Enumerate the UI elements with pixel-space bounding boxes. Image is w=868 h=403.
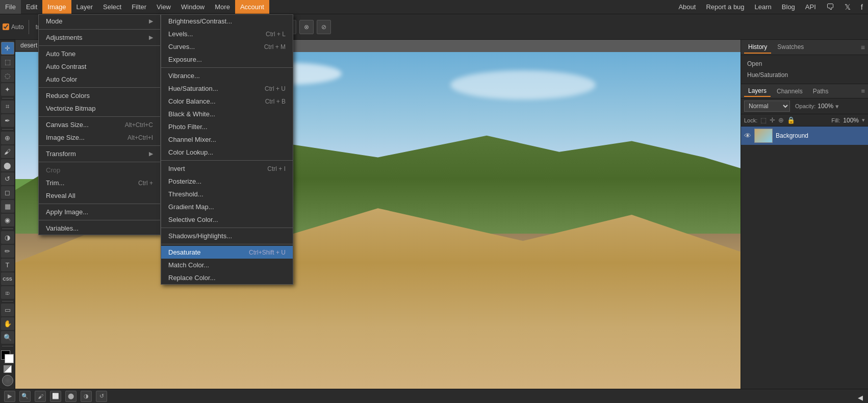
tool-css[interactable]: CSS (1, 272, 14, 285)
menu-blog[interactable]: Blog (777, 0, 800, 14)
tab-swatches[interactable]: Swatches (773, 41, 808, 54)
tool-history-brush[interactable]: ↺ (1, 172, 14, 185)
menu-canvas-size[interactable]: Canvas Size... Alt+Ctrl+C (39, 118, 160, 131)
opacity-arrow-icon[interactable]: ▾ (835, 103, 839, 110)
menu-adjustments[interactable]: Adjustments ▶ (39, 31, 160, 44)
menu-variables[interactable]: Variables... (39, 222, 160, 235)
adj-photo-filter[interactable]: Photo Filter... (161, 120, 293, 133)
adj-replace-color[interactable]: Replace Color... (161, 271, 293, 284)
swap-colors-icon[interactable] (4, 365, 12, 373)
adj-hue-saturation[interactable]: Hue/Saturation... Ctrl + U (161, 82, 293, 95)
menu-image[interactable]: Image (42, 0, 71, 14)
lock-artboard-icon[interactable]: ⊕ (778, 116, 784, 124)
menu-learn[interactable]: Learn (750, 0, 777, 14)
menu-trim[interactable]: Trim... Ctrl + (39, 177, 160, 189)
social-facebook-icon[interactable]: f (856, 0, 868, 14)
toolbar-btn-6[interactable]: ⊗ (299, 20, 314, 34)
history-item-open[interactable]: Open (744, 58, 865, 69)
adj-gradient-map[interactable]: Gradient Map... (161, 200, 293, 213)
menu-account[interactable]: Account (235, 0, 269, 14)
tool-lasso[interactable]: ◌ (1, 69, 14, 82)
lock-move-icon[interactable]: ✛ (770, 116, 775, 124)
tab-channels[interactable]: Channels (773, 86, 807, 96)
adj-threshold[interactable]: Threshold... (161, 188, 293, 200)
tool-pen[interactable]: ✏ (1, 245, 14, 258)
tool-wand[interactable]: ✦ (1, 83, 14, 96)
menu-auto-contrast[interactable]: Auto Contrast (39, 60, 160, 73)
tool-stamp[interactable]: ⬤ (1, 159, 14, 172)
menu-more[interactable]: More (210, 0, 235, 14)
blend-mode-select[interactable]: Normal Multiply Screen (744, 100, 790, 112)
adj-vibrance[interactable]: Vibrance... (161, 69, 293, 82)
adj-exposure[interactable]: Exposure... (161, 53, 293, 66)
tool-blur[interactable]: ◉ (1, 214, 14, 226)
adj-brightness-contrast[interactable]: Brightness/Contrast... (161, 15, 293, 28)
adj-match-color[interactable]: Match Color... (161, 259, 293, 271)
adj-channel-mixer[interactable]: Channel Mixer... (161, 133, 293, 146)
play-button[interactable]: ▶ (4, 391, 15, 402)
tool-heal[interactable]: ⊕ (1, 132, 14, 144)
tool-shape[interactable]: ▭ (1, 304, 14, 316)
layer-eye-icon[interactable]: 👁 (744, 132, 751, 140)
menu-image-size[interactable]: Image Size... Alt+Ctrl+I (39, 131, 160, 144)
fill-arrow-icon[interactable]: ▾ (862, 117, 865, 123)
toolbar-btn-7[interactable]: ⊘ (317, 20, 331, 34)
menu-about[interactable]: About (673, 0, 701, 14)
menu-mode[interactable]: Mode ▶ (39, 15, 160, 28)
tool-brush[interactable]: 🖌 (1, 145, 14, 158)
menu-transform[interactable]: Transform ▶ (39, 147, 160, 160)
tab-layers[interactable]: Layers (744, 86, 771, 97)
menu-auto-tone[interactable]: Auto Tone (39, 47, 160, 60)
menu-view[interactable]: View (151, 0, 176, 14)
tool-dodge[interactable]: ◑ (1, 231, 14, 244)
adj-curves[interactable]: Curves... Ctrl + M (161, 40, 293, 53)
tool-eraser[interactable]: ◻ (1, 186, 14, 199)
tool-select[interactable]: ⬚ (1, 56, 14, 68)
tool-eyedropper[interactable]: ✒ (1, 114, 14, 127)
history-item-hue[interactable]: Hue/Saturation (744, 69, 865, 81)
collapse-panel-icon[interactable]: ◀ (858, 394, 863, 401)
tool-hand[interactable]: ✋ (1, 317, 14, 330)
menu-apply-image[interactable]: Apply Image... (39, 206, 160, 218)
menu-api[interactable]: API (800, 0, 821, 14)
close-panel-icon[interactable]: ≡ (861, 43, 865, 52)
menu-report-bug[interactable]: Report a bug (701, 0, 749, 14)
quick-mask[interactable] (2, 374, 13, 387)
menu-filter[interactable]: Filter (126, 0, 151, 14)
social-twitter-icon[interactable]: 𝕏 (839, 0, 856, 14)
layer-item-background[interactable]: 👁 Background (741, 127, 868, 145)
menu-file[interactable]: File (0, 0, 21, 14)
lock-all-icon[interactable]: 🔒 (787, 116, 795, 124)
lock-pixels-icon[interactable]: ⬚ (760, 116, 767, 124)
adj-levels[interactable]: Levels... Ctrl + L (161, 28, 293, 40)
adj-black-white[interactable]: Black & White... (161, 108, 293, 120)
menu-reveal-all[interactable]: Reveal All (39, 189, 160, 202)
adj-posterize[interactable]: Posterize... (161, 175, 293, 188)
menu-edit[interactable]: Edit (21, 0, 42, 14)
menu-reduce-colors[interactable]: Reduce Colors (39, 89, 160, 102)
tool-crop[interactable]: ⌗ (1, 100, 14, 113)
adj-invert[interactable]: Invert Ctrl + I (161, 162, 293, 175)
erase-tool-button[interactable]: ⬜ (50, 391, 61, 402)
layers-menu-icon[interactable]: ≡ (861, 87, 865, 95)
tool-type2[interactable]: ⎄ (1, 286, 14, 299)
adj-color-balance[interactable]: Color Balance... Ctrl + B (161, 95, 293, 108)
adj-color-lookup[interactable]: Color Lookup... (161, 146, 293, 159)
tab-history[interactable]: History (744, 41, 771, 54)
stamp-tool-button[interactable]: ⬤ (65, 391, 76, 402)
menu-auto-color[interactable]: Auto Color (39, 73, 160, 86)
tool-gradient[interactable]: ▦ (1, 200, 14, 213)
rotate-tool-button[interactable]: ↺ (96, 391, 107, 402)
tab-paths[interactable]: Paths (809, 86, 833, 96)
tool-text[interactable]: T (1, 259, 14, 271)
menu-layer[interactable]: Layer (71, 0, 98, 14)
zoom-tool-button[interactable]: 🔍 (19, 391, 31, 402)
auto-checkbox[interactable]: Auto (3, 23, 24, 31)
menu-window[interactable]: Window (176, 0, 210, 14)
adj-shadows-highlights[interactable]: Shadows/Highlights... (161, 230, 293, 242)
adj-desaturate[interactable]: Desaturate Ctrl+Shift + U (161, 246, 293, 259)
tool-move[interactable]: ✛ (1, 42, 14, 55)
menu-vectorize-bitmap[interactable]: Vectorize Bitmap (39, 102, 160, 115)
brush-tool-button[interactable]: 🖌 (35, 391, 46, 402)
tool-zoom[interactable]: 🔍 (1, 331, 14, 344)
